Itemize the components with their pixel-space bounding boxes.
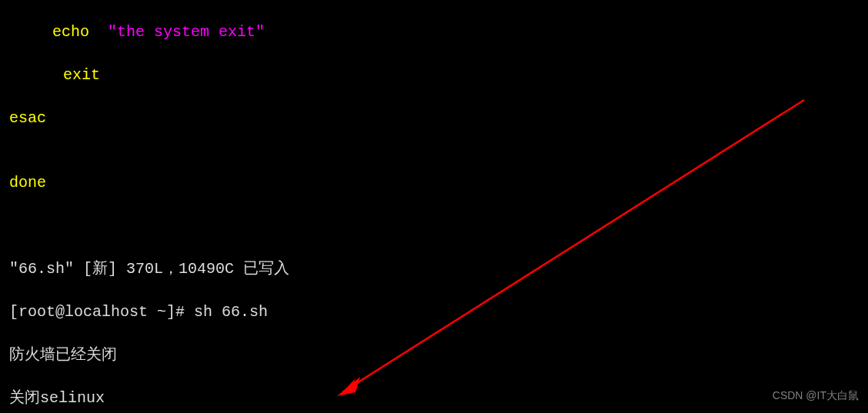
shell-prompt: [root@localhost ~]# xyxy=(9,303,194,321)
code-line-echo: echo "the system exit" xyxy=(9,22,868,43)
shell-prompt-line: [root@localhost ~]# sh 66.sh xyxy=(9,301,868,323)
vim-status-line: "66.sh" [新] 370L，10490C 已写入 xyxy=(9,258,868,280)
code-line-exit: exit xyxy=(9,65,868,86)
terminal-output[interactable]: echo "the system exit" exit esac done "6… xyxy=(0,0,868,413)
watermark-text: CSDN @IT大白鼠 xyxy=(773,388,859,404)
output-firewall: 防火墙已经关闭 xyxy=(9,345,868,366)
shell-command: sh 66.sh xyxy=(194,303,268,321)
code-line-done: done xyxy=(9,172,868,194)
output-selinux: 关闭selinux xyxy=(9,388,868,409)
code-line-esac: esac xyxy=(9,108,868,129)
keyword-echo: echo xyxy=(52,23,108,41)
string-literal: "the system exit" xyxy=(108,23,265,41)
